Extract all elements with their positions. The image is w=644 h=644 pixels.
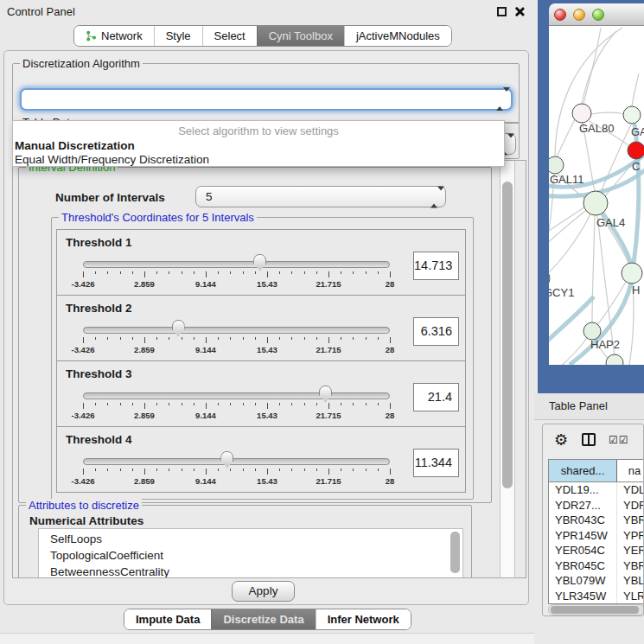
- tab-label: Select: [214, 29, 245, 42]
- apply-button[interactable]: Apply: [232, 581, 295, 602]
- slider-track[interactable]: [83, 392, 390, 399]
- network-canvas[interactable]: GAL80GACGAL11GAL4GCY1HHAP2: [549, 26, 644, 365]
- network-node[interactable]: [606, 354, 623, 365]
- attributes-group: Attributes to discretize Numerical Attri…: [18, 505, 472, 577]
- table-row[interactable]: YLR345WYLR3: [549, 589, 644, 604]
- slider-tick-labels: -3.4262.8599.14415.4321.71528: [83, 345, 390, 354]
- tab-label: Network: [101, 29, 143, 42]
- table-row[interactable]: YDR27...YDR2: [549, 498, 644, 513]
- table-row[interactable]: YBR043CYBR0: [549, 513, 644, 528]
- table-cell[interactable]: YDR27...: [549, 498, 617, 513]
- network-edge: [632, 73, 639, 106]
- node-label: GA: [631, 125, 644, 138]
- select-columns-icon[interactable]: ☑☑: [609, 434, 629, 446]
- bottom-tab-infer-network[interactable]: Infer Network: [316, 609, 411, 629]
- table-row[interactable]: YBL079WYBL0: [549, 573, 644, 589]
- table-cell[interactable]: YER0: [617, 543, 644, 558]
- table-header-cell[interactable]: shared...: [549, 460, 617, 481]
- algorithm-option-equal-width-frequency-discretization[interactable]: Equal Width/Frequency Discretization: [15, 153, 209, 166]
- table-row[interactable]: YDL19...YDL1: [549, 482, 644, 498]
- table-header-cell[interactable]: na: [617, 460, 644, 481]
- slider-thumb[interactable]: [172, 320, 185, 336]
- network-node-c[interactable]: [628, 142, 644, 159]
- table-cell[interactable]: YBR043C: [549, 513, 617, 528]
- node-table: shared...na YDL19...YDL1YDR27...YDR2YBR0…: [548, 459, 644, 604]
- close-icon[interactable]: [513, 6, 525, 17]
- interval-definition-group: Interval Definition Number of Intervals …: [18, 167, 492, 503]
- h-scrollbar-track[interactable]: [548, 604, 644, 615]
- tab-style[interactable]: Style: [154, 26, 202, 46]
- network-icon: [86, 30, 97, 41]
- numerical-attributes-label: Numerical Attributes: [29, 514, 143, 527]
- table-row[interactable]: YPR145WYPR1: [549, 528, 644, 544]
- float-icon[interactable]: [497, 7, 507, 16]
- slider-thumb[interactable]: [253, 254, 266, 271]
- table-cell[interactable]: YPR1: [617, 528, 644, 544]
- table-cell[interactable]: YBR0: [617, 513, 644, 528]
- tab-network[interactable]: Network: [74, 26, 154, 46]
- threshold-value-input[interactable]: 14.713: [413, 252, 459, 280]
- tab-cyni-toolbox[interactable]: Cyni Toolbox: [257, 26, 344, 46]
- tab-label: Infer Network: [328, 613, 399, 626]
- number-of-intervals-spinner[interactable]: 5: [195, 186, 446, 207]
- table-cell[interactable]: YLR3: [617, 589, 644, 604]
- network-node-gal4[interactable]: [583, 191, 608, 215]
- table-header-row: shared...na: [549, 460, 644, 482]
- table-cell[interactable]: YDR2: [617, 498, 644, 513]
- slider-track[interactable]: [83, 327, 390, 334]
- attribute-item-selfloops[interactable]: SelfLoops: [39, 531, 462, 547]
- zoom-traffic-light-icon[interactable]: [592, 9, 604, 21]
- attribute-item-betweennesscentrality[interactable]: BetweennessCentrality: [39, 564, 462, 577]
- table-cell[interactable]: YLR345W: [549, 589, 617, 604]
- columns-icon[interactable]: [582, 433, 596, 446]
- network-node-h[interactable]: [622, 263, 642, 284]
- network-node-gal80[interactable]: [572, 104, 591, 123]
- thresholds-group-title: Threshold's Coordinates for 5 Intervals: [59, 211, 257, 224]
- close-traffic-light-icon[interactable]: [554, 9, 566, 21]
- node-label: GAL4: [596, 216, 625, 229]
- tab-jactivemnodules[interactable]: jActiveMNodules: [344, 26, 451, 46]
- threshold-value-input[interactable]: 6.316: [413, 317, 459, 346]
- settings-scroll-area: Interval Definition Number of Intervals …: [12, 160, 526, 578]
- table-row[interactable]: YBR045CYBR0: [549, 558, 644, 574]
- algorithm-combo[interactable]: [20, 88, 513, 111]
- settings-viewport: Interval Definition Number of Intervals …: [14, 162, 499, 577]
- slider-thumb[interactable]: [319, 386, 332, 402]
- attribute-item-topologicalcoefficient[interactable]: TopologicalCoefficient: [39, 547, 462, 564]
- threshold-value-input[interactable]: 11.344: [413, 449, 459, 477]
- table-cell[interactable]: YER054C: [549, 543, 617, 558]
- table-cell[interactable]: YDL19...: [549, 482, 617, 498]
- table-cell[interactable]: YBL0: [617, 573, 644, 589]
- node-label: GAL11: [550, 173, 584, 186]
- network-edge-thick: [570, 283, 631, 365]
- minimize-traffic-light-icon[interactable]: [573, 9, 585, 21]
- tab-label: jActiveMNodules: [356, 29, 440, 42]
- table-cell[interactable]: YDL1: [617, 482, 644, 498]
- bottom-tab-discretize-data[interactable]: Discretize Data: [211, 609, 315, 629]
- algorithm-option-manual-discretization[interactable]: Manual Discretization: [15, 139, 135, 152]
- table-cell[interactable]: YBR045C: [549, 558, 617, 574]
- bottom-tab-impute-data[interactable]: Impute Data: [124, 609, 211, 629]
- table-row[interactable]: YER054CYER0: [549, 543, 644, 558]
- gear-icon[interactable]: ⚙: [554, 430, 568, 450]
- node-label: GCY1: [549, 286, 574, 299]
- tab-select[interactable]: Select: [202, 26, 257, 46]
- threshold-value-input[interactable]: 21.4: [413, 383, 459, 411]
- list-scrollbar-thumb[interactable]: [450, 532, 460, 573]
- tab-label: Style: [166, 29, 191, 42]
- slider-track[interactable]: [83, 261, 390, 268]
- network-edge: [555, 28, 622, 156]
- table-cell[interactable]: YPR145W: [549, 528, 617, 544]
- network-node-hap2[interactable]: [583, 322, 601, 340]
- table-cell[interactable]: YBL079W: [549, 573, 617, 589]
- numerical-attributes-list: SelfLoopsTopologicalCoefficientBetweenne…: [38, 528, 463, 577]
- v-scrollbar-thumb[interactable]: [502, 182, 513, 488]
- node-label: HAP2: [590, 338, 620, 351]
- h-scrollbar-thumb[interactable]: [551, 606, 639, 614]
- network-node-ga[interactable]: [623, 106, 641, 124]
- v-scrollbar-track[interactable]: [500, 161, 515, 577]
- network-node-gal11[interactable]: [549, 156, 564, 174]
- slider-thumb[interactable]: [220, 451, 233, 468]
- slider-track[interactable]: [83, 458, 390, 465]
- table-cell[interactable]: YBR0: [617, 558, 644, 574]
